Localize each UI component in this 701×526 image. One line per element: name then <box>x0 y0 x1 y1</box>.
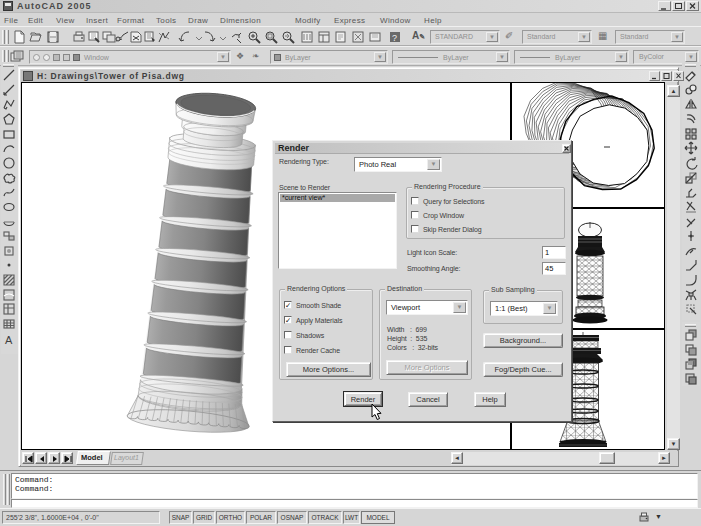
svg-text:?: ? <box>392 33 397 43</box>
svg-text:A: A <box>5 334 13 346</box>
